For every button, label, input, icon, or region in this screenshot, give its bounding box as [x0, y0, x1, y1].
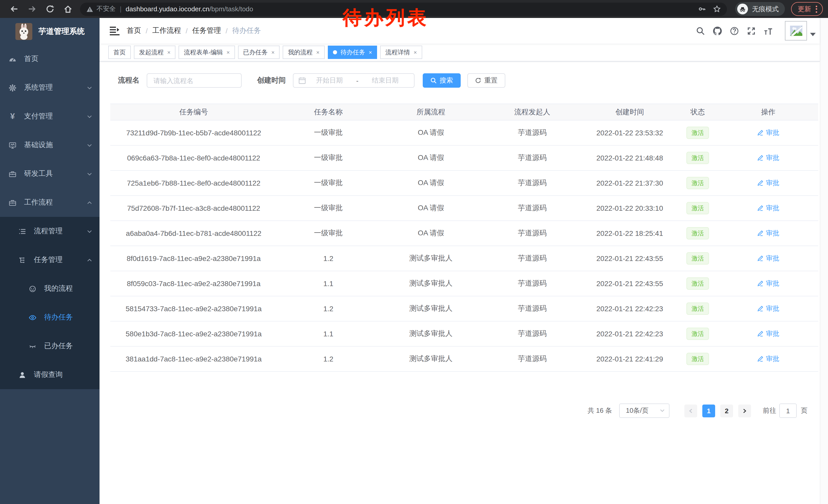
- sidebar-item-process-management[interactable]: 流程管理: [0, 217, 99, 245]
- forward-icon[interactable]: [28, 5, 36, 13]
- chevron-down-icon: [87, 113, 92, 119]
- next-page-button[interactable]: [738, 404, 751, 417]
- close-icon[interactable]: ×: [369, 49, 372, 55]
- col-actions: 操作: [718, 107, 818, 117]
- avatar[interactable]: [785, 21, 807, 41]
- task-name: 1.1: [277, 279, 380, 288]
- sidebar-item-payment[interactable]: ¥ 支付管理: [0, 102, 99, 131]
- approve-link[interactable]: 审批: [757, 329, 779, 338]
- close-icon[interactable]: ×: [316, 49, 320, 55]
- table-header: 任务编号 任务名称 所属流程 流程发起人 创建时间 状态 操作: [110, 103, 818, 121]
- sidebar-item-workflow[interactable]: 工作流程: [0, 188, 99, 217]
- back-icon[interactable]: [10, 5, 18, 13]
- breadcrumb-current: 待办任务: [232, 26, 261, 35]
- breadcrumb-workflow[interactable]: 工作流程: [152, 26, 181, 35]
- approve-link[interactable]: 审批: [757, 178, 779, 188]
- table-row: 725a1eb6-7b88-11ec-8ef0-acde48001122 一级审…: [110, 171, 818, 196]
- search-icon[interactable]: [696, 27, 705, 35]
- collapse-sidebar-icon[interactable]: [110, 27, 120, 35]
- process-name-input[interactable]: [147, 73, 242, 88]
- security-label[interactable]: 不安全: [96, 5, 116, 13]
- tab-done-tasks[interactable]: 已办任务 ×: [238, 46, 280, 59]
- bookmark-star-icon[interactable]: [713, 5, 721, 13]
- edit-pencil-icon: [757, 356, 764, 362]
- sidebar-item-devtools[interactable]: 研发工具: [0, 159, 99, 188]
- approve-link[interactable]: 审批: [757, 304, 779, 313]
- page-1-button[interactable]: 1: [702, 404, 715, 417]
- task-created: 2022-01-21 22:43:55: [582, 279, 677, 288]
- approve-link[interactable]: 审批: [757, 354, 779, 364]
- task-name: 一级审批: [277, 203, 380, 213]
- page-size-select[interactable]: 10条/页: [619, 404, 669, 418]
- table-row: 8f059c03-7ac8-11ec-a9e2-a2380e71991a 1.1…: [110, 271, 818, 296]
- tab-my-process[interactable]: 我的流程 ×: [283, 46, 325, 59]
- chevron-down-icon: [87, 142, 92, 148]
- sidebar-item-my-process[interactable]: 我的流程: [0, 274, 99, 303]
- sidebar-item-leave-query[interactable]: 请假查询: [0, 360, 99, 389]
- task-initiator: 芋道源码: [482, 329, 582, 338]
- approve-link[interactable]: 审批: [757, 128, 779, 137]
- page-2-button[interactable]: 2: [720, 404, 733, 417]
- edit-pencil-icon: [757, 130, 764, 136]
- sidebar-item-label: 任务管理: [34, 255, 63, 265]
- table-row: 8f0d1619-7ac8-11ec-a9e2-a2380e71991a 1.2…: [110, 246, 818, 271]
- approve-link[interactable]: 审批: [757, 254, 779, 263]
- tab-todo-tasks[interactable]: 待办任务 ×: [328, 46, 377, 59]
- breadcrumb-separator: /: [146, 27, 148, 35]
- prev-page-button[interactable]: [685, 404, 697, 417]
- password-key-icon[interactable]: [698, 5, 706, 13]
- scrollbar[interactable]: [820, 18, 828, 504]
- eye-icon: [29, 314, 36, 321]
- close-icon[interactable]: ×: [272, 49, 275, 55]
- calendar-icon: [299, 77, 306, 84]
- tab-home[interactable]: 首页: [108, 46, 131, 59]
- avatar-caret-icon[interactable]: [810, 32, 816, 36]
- close-icon[interactable]: ×: [226, 49, 230, 55]
- tab-start-process[interactable]: 发起流程 ×: [134, 46, 176, 59]
- goto-page-input[interactable]: [779, 404, 797, 418]
- tab-process-detail[interactable]: 流程详情 ×: [380, 46, 422, 59]
- update-label[interactable]: 更新: [798, 4, 811, 13]
- col-status: 状态: [677, 107, 718, 117]
- task-initiator: 芋道源码: [482, 128, 582, 137]
- start-date-placeholder[interactable]: 开始日期: [306, 76, 353, 85]
- status-badge: 激活: [687, 151, 709, 164]
- end-date-placeholder[interactable]: 结束日期: [362, 76, 409, 85]
- fullscreen-icon[interactable]: [747, 27, 756, 35]
- screen: 不安全 | dashboard.yudao.iocoder.cn/bpm/tas…: [0, 0, 828, 504]
- breadcrumb-task-management[interactable]: 任务管理: [192, 26, 221, 35]
- sidebar-item-system[interactable]: 系统管理: [0, 73, 99, 102]
- close-icon[interactable]: ×: [413, 49, 417, 55]
- status-badge: 激活: [687, 353, 709, 365]
- filter-form: 流程名 创建时间 开始日期 - 结束日期 搜索 重置: [118, 73, 820, 88]
- font-size-icon[interactable]: [764, 27, 773, 35]
- task-id: 73211d9d-7b9b-11ec-b5b7-acde48001122: [110, 129, 277, 137]
- browser-update-button[interactable]: 更新: [791, 2, 823, 16]
- tab-label: 发起流程: [139, 48, 164, 57]
- sidebar-item-infrastructure[interactable]: 基础设施: [0, 131, 99, 159]
- sidebar-item-done-tasks[interactable]: 已办任务: [0, 332, 99, 360]
- reset-button[interactable]: 重置: [467, 73, 505, 88]
- approve-link[interactable]: 审批: [757, 229, 779, 238]
- table-row: 73211d9d-7b9b-11ec-b5b7-acde48001122 一级审…: [110, 121, 818, 146]
- task-id: a6aba0a4-7b6d-11ec-b781-acde48001122: [110, 229, 277, 237]
- approve-link[interactable]: 审批: [757, 279, 779, 288]
- reload-icon[interactable]: [46, 5, 54, 13]
- help-icon[interactable]: [730, 27, 739, 35]
- github-icon[interactable]: [713, 27, 722, 35]
- sidebar-item-task-management[interactable]: 任务管理: [0, 245, 99, 274]
- date-range-picker[interactable]: 开始日期 - 结束日期: [293, 73, 415, 88]
- breadcrumb-home[interactable]: 首页: [127, 26, 141, 35]
- search-button[interactable]: 搜索: [423, 73, 461, 88]
- approve-link[interactable]: 审批: [757, 153, 779, 163]
- tab-form-edit[interactable]: 流程表单-编辑 ×: [179, 46, 235, 59]
- task-id: 58154733-7ac8-11ec-a9e2-a2380e71991a: [110, 305, 277, 313]
- sidebar-item-home[interactable]: 首页: [0, 45, 99, 73]
- home-icon[interactable]: [64, 5, 72, 13]
- task-initiator: 芋道源码: [482, 229, 582, 238]
- app-logo-row[interactable]: 芋道管理系统: [0, 18, 99, 45]
- browser-menu-icon[interactable]: [816, 5, 817, 12]
- close-icon[interactable]: ×: [167, 49, 171, 55]
- approve-link[interactable]: 审批: [757, 203, 779, 213]
- sidebar-item-todo-tasks[interactable]: 待办任务: [0, 303, 99, 332]
